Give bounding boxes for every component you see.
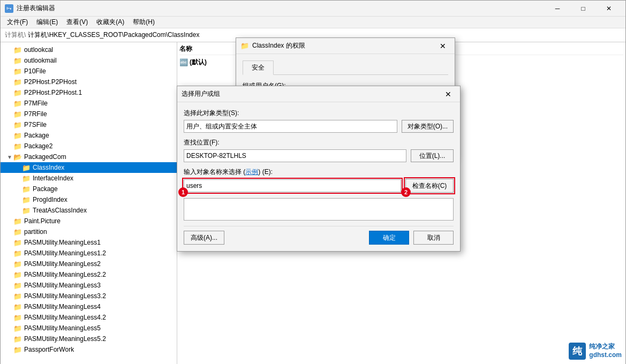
object-type-input[interactable] bbox=[184, 120, 397, 133]
maximize-button[interactable]: □ bbox=[571, 1, 595, 16]
tree-item-label: InterfaceIndex bbox=[33, 175, 73, 182]
tree-item-package-sub[interactable]: 📁 Package bbox=[1, 184, 177, 194]
tree-item-p7mfile[interactable]: 📁 P7MFile bbox=[1, 98, 177, 109]
tree-item-label: P2PHost.P2PHost bbox=[24, 78, 77, 86]
folder-icon: 📁 bbox=[22, 185, 31, 193]
location-input[interactable] bbox=[184, 149, 406, 162]
select-user-cancel-button[interactable]: 取消 bbox=[413, 231, 454, 245]
folder-icon: 📁 bbox=[13, 303, 22, 311]
tree-item-label: PASMUtility.MeaningLess2.2 bbox=[24, 271, 106, 278]
tree-item-label: PassportForWork bbox=[24, 346, 74, 353]
tree-item-p2phost[interactable]: 📁 P2PHost.P2PHost bbox=[1, 77, 177, 87]
enter-object-label: 输入对象名称来选择 (示例) (E): bbox=[184, 168, 454, 177]
tree-item-pasmutility12[interactable]: 📁 PASMUtility.MeaningLess1.2 bbox=[1, 248, 177, 259]
tree-item-pasmutility5[interactable]: 📁 PASMUtility.MeaningLess5 bbox=[1, 323, 177, 333]
title-bar: 🗝 注册表编辑器 ─ □ ✕ bbox=[1, 1, 625, 17]
tree-item-classindex[interactable]: 📁 ClassIndex bbox=[1, 162, 177, 173]
tree-item-p10file[interactable]: 📁 P10File bbox=[1, 66, 177, 77]
tree-item-pasmutility3[interactable]: 📁 PASMUtility.MeaningLess3 bbox=[1, 280, 177, 291]
tree-item-pasmutility4[interactable]: 📁 PASMUtility.MeaningLess4 bbox=[1, 301, 177, 312]
select-user-footer: 高级(A)... 确定 取消 bbox=[184, 226, 454, 245]
tree-item-label: PackagedCom bbox=[24, 153, 66, 161]
folder-icon: 📁 bbox=[13, 132, 22, 140]
tree-item-outlookmail[interactable]: 📁 outlookmail bbox=[1, 55, 177, 66]
folder-icon: 📁 bbox=[22, 164, 31, 172]
tree-item-progidindex[interactable]: 📁 ProgIdIndex bbox=[1, 194, 177, 205]
badge-2: 2 bbox=[401, 187, 411, 197]
main-window-title: 注册表编辑器 bbox=[17, 4, 55, 13]
folder-icon: 📁 bbox=[13, 335, 22, 343]
tree-item-label: PASMUtility.MeaningLess5.2 bbox=[24, 335, 106, 343]
menu-view[interactable]: 查看(V) bbox=[62, 17, 92, 28]
tree-item-label: P10File bbox=[24, 67, 46, 75]
object-type-button[interactable]: 对象类型(O)... bbox=[402, 120, 454, 133]
advanced-button[interactable]: 高级(A)... bbox=[184, 231, 224, 245]
tree-item-label: PASMUtility.MeaningLess1 bbox=[24, 239, 101, 246]
folder-icon: 📁 bbox=[13, 100, 22, 108]
permissions-close-button[interactable]: ✕ bbox=[435, 40, 450, 52]
tree-item-passportforwork[interactable]: 📁 PassportForWork bbox=[1, 344, 177, 355]
folder-icon: 📁 bbox=[13, 260, 22, 268]
tree-item-pasmutility52[interactable]: 📁 PASMUtility.MeaningLess5.2 bbox=[1, 333, 177, 344]
tree-item-p7rfile[interactable]: 📁 P7RFile bbox=[1, 109, 177, 119]
badge-1: 1 bbox=[178, 187, 188, 197]
folder-icon: 📁 bbox=[13, 67, 22, 75]
tree-item-label: Package bbox=[33, 185, 58, 193]
menu-bar: 文件(F) 编辑(E) 查看(V) 收藏夹(A) 帮助(H) bbox=[1, 17, 625, 28]
tree-item-p7sfile[interactable]: 📁 P7SFile bbox=[1, 119, 177, 130]
object-name-input[interactable] bbox=[184, 179, 401, 192]
tree-item-interfaceindex[interactable]: 📁 InterfaceIndex bbox=[1, 173, 177, 184]
minimize-button[interactable]: ─ bbox=[545, 1, 570, 16]
tree-item-pasmutility1[interactable]: 📁 PASMUtility.MeaningLess1 bbox=[1, 237, 177, 248]
menu-edit[interactable]: 编辑(E) bbox=[32, 17, 62, 28]
menu-favorites[interactable]: 收藏夹(A) bbox=[92, 17, 129, 28]
title-bar-controls: ─ □ ✕ bbox=[545, 1, 621, 16]
folder-icon: 📁 bbox=[13, 78, 22, 86]
select-user-dialog-title: 选择用户或组 bbox=[182, 89, 220, 98]
registry-icon: 🗝 bbox=[5, 4, 13, 13]
tree-item-paintpicture[interactable]: 📁 Paint.Picture bbox=[1, 216, 177, 226]
folder-icon: 📁 bbox=[13, 314, 22, 322]
tree-item-package[interactable]: 📁 Package bbox=[1, 130, 177, 141]
tree-item-packagedcom[interactable]: ▼ 📂 PackagedCom bbox=[1, 151, 177, 162]
menu-file[interactable]: 文件(F) bbox=[3, 17, 32, 28]
select-user-confirm-button[interactable]: 确定 bbox=[369, 231, 409, 245]
tree-item-partition[interactable]: 📁 partition bbox=[1, 226, 177, 237]
tree-item-pasmutility32[interactable]: 📁 PASMUtility.MeaningLess3.2 bbox=[1, 291, 177, 301]
tree-item-label: partition bbox=[24, 228, 47, 236]
tree-item-outlookcal[interactable]: 📁 outlookcal bbox=[1, 44, 177, 55]
location-input-row: 位置(L)... bbox=[184, 149, 454, 162]
object-text-area[interactable] bbox=[184, 198, 454, 221]
select-user-close-button[interactable]: ✕ bbox=[441, 88, 456, 101]
tree-item-p2phost1[interactable]: 📁 P2PHost.P2PHost.1 bbox=[1, 87, 177, 98]
menu-help[interactable]: 帮助(H) bbox=[129, 17, 159, 28]
title-bar-left: 🗝 注册表编辑器 bbox=[5, 4, 55, 13]
tree-item-package2[interactable]: 📁 Package2 bbox=[1, 141, 177, 151]
tree-item-label: P7SFile bbox=[24, 121, 47, 128]
tree-item-label: ProgIdIndex bbox=[33, 196, 67, 203]
permissions-title-left: 📁 ClassIndex 的权限 bbox=[240, 41, 305, 50]
tree-item-label: PASMUtility.MeaningLess1.2 bbox=[24, 249, 106, 257]
tree-item-pasmutility42[interactable]: 📁 PASMUtility.MeaningLess4.2 bbox=[1, 312, 177, 323]
expand-arrow: ▼ bbox=[7, 154, 13, 160]
tree-item-pasmutility2[interactable]: 📁 PASMUtility.MeaningLess2 bbox=[1, 259, 177, 269]
close-button[interactable]: ✕ bbox=[597, 1, 621, 16]
object-name-input-row: 1 检查名称(C) 2 bbox=[184, 179, 454, 193]
location-label: 查找位置(F): bbox=[184, 138, 454, 147]
watermark: 纯 纯净之家 gdhst.com bbox=[569, 343, 622, 360]
tree-item-label: PASMUtility.MeaningLess2 bbox=[24, 260, 101, 268]
tree-item-label: outlookcal bbox=[24, 46, 53, 54]
permissions-folder-icon: 📁 bbox=[240, 42, 249, 50]
location-button[interactable]: 位置(L)... bbox=[411, 149, 454, 162]
tree-item-treatasclassindex[interactable]: 📁 TreatAsClassIndex bbox=[1, 205, 177, 216]
check-name-button[interactable]: 检查名称(C) bbox=[405, 179, 454, 193]
tab-security[interactable]: 安全 bbox=[243, 60, 274, 75]
tree-item-pasmutility22[interactable]: 📁 PASMUtility.MeaningLess2.2 bbox=[1, 269, 177, 280]
folder-icon: 📁 bbox=[13, 57, 22, 65]
example-link[interactable]: 示例 bbox=[245, 168, 258, 176]
watermark-logo: 纯 bbox=[569, 343, 586, 360]
address-path: 计算机\HKEY_CLASSES_ROOT\PackagedCom\ClassI… bbox=[28, 31, 199, 40]
object-type-row: 选择此对象类型(S): 对象类型(O)... bbox=[184, 109, 454, 133]
tree-panel[interactable]: 📁 outlookcal 📁 outlookmail 📁 P10File 📁 P… bbox=[1, 42, 177, 364]
location-row: 查找位置(F): 位置(L)... bbox=[184, 138, 454, 162]
